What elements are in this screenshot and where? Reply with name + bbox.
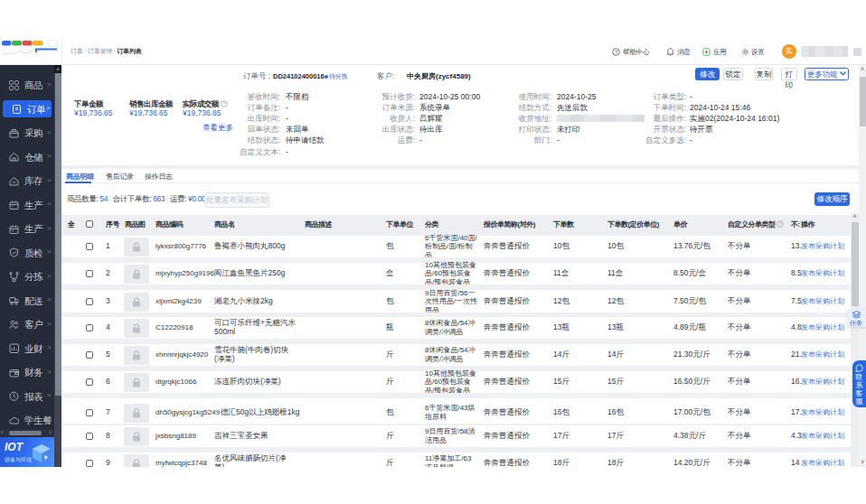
svg-text:?: ? <box>223 101 226 107</box>
svg-text:?: ? <box>779 221 782 227</box>
svg-text:?: ? <box>615 50 617 55</box>
